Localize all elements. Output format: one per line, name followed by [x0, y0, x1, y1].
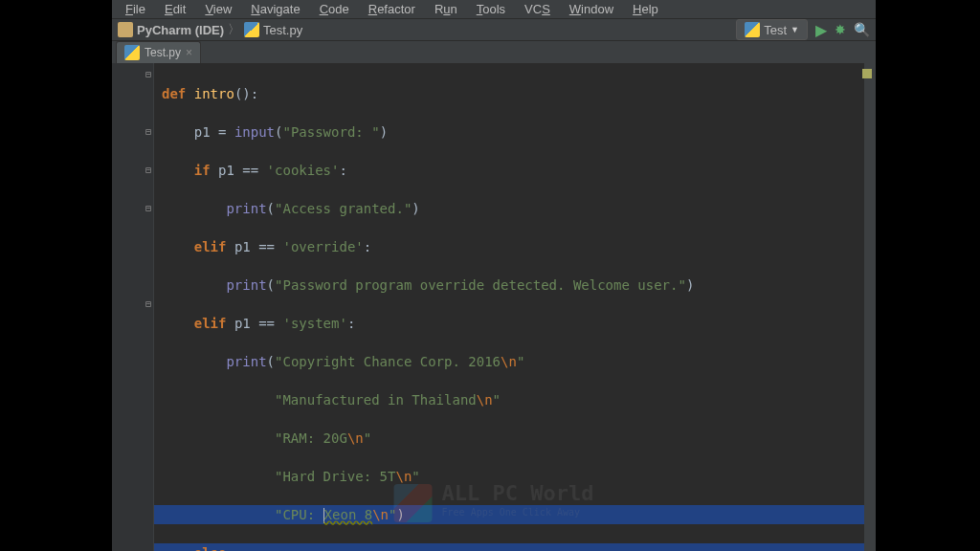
python-file-icon	[124, 45, 140, 60]
menu-window[interactable]: Window	[562, 0, 621, 18]
breadcrumb: PyCharm (IDE) 〉 Test.py	[118, 21, 736, 38]
menu-navigate[interactable]: Navigate	[243, 0, 307, 18]
folder-icon	[118, 22, 133, 37]
run-config-selector[interactable]: Test ▼	[736, 19, 808, 40]
run-toolbar: Test ▼ ▶ ✸ 🔍	[736, 19, 870, 40]
fold-marker[interactable]: ⊟	[145, 122, 151, 142]
fold-marker[interactable]: ⊟	[145, 295, 151, 314]
menu-tools[interactable]: Tools	[469, 0, 513, 18]
fold-marker[interactable]: ⊟	[145, 65, 151, 84]
menu-file[interactable]: File	[118, 0, 153, 18]
run-config-name: Test	[764, 23, 787, 37]
menu-vcs[interactable]: VCS	[517, 0, 558, 18]
menu-view[interactable]: View	[197, 0, 239, 18]
tab-label: Test.py	[145, 46, 181, 59]
breadcrumb-file[interactable]: Test.py	[263, 23, 302, 37]
ide-window: File Edit View Navigate Code Refactor Ru…	[112, 0, 876, 551]
editor-tabs: Test.py ×	[112, 41, 876, 63]
code-editor[interactable]: ⊟ ⊟ ⊟ ⊟ ⊟ def intro(): p1 = input("Passw…	[112, 63, 876, 551]
fold-marker[interactable]: ⊟	[145, 199, 151, 218]
python-file-icon	[745, 22, 760, 37]
menu-run[interactable]: Run	[427, 0, 465, 18]
debug-button[interactable]: ✸	[835, 22, 846, 37]
menu-edit[interactable]: Edit	[157, 0, 193, 18]
run-button[interactable]: ▶	[815, 21, 827, 39]
vertical-scrollbar[interactable]	[864, 63, 876, 551]
menu-code[interactable]: Code	[312, 0, 357, 18]
gutter[interactable]: ⊟ ⊟ ⊟ ⊟ ⊟	[112, 63, 154, 551]
search-icon[interactable]: 🔍	[854, 22, 870, 37]
chevron-down-icon: ▼	[791, 25, 799, 34]
menu-refactor[interactable]: Refactor	[361, 0, 423, 18]
tab-test-py[interactable]: Test.py ×	[116, 41, 201, 63]
breadcrumb-separator: 〉	[228, 21, 240, 38]
menu-bar: File Edit View Navigate Code Refactor Ru…	[112, 0, 876, 19]
menu-help[interactable]: Help	[625, 0, 666, 18]
close-icon[interactable]: ×	[186, 46, 192, 59]
breadcrumb-project[interactable]: PyCharm (IDE)	[137, 23, 224, 37]
scroll-marker	[862, 69, 872, 78]
python-file-icon	[244, 22, 259, 37]
fold-marker[interactable]: ⊟	[145, 161, 151, 180]
nav-bar: PyCharm (IDE) 〉 Test.py Test ▼ ▶ ✸ 🔍	[112, 19, 876, 41]
code-area[interactable]: def intro(): p1 = input("Password: ") if…	[154, 63, 876, 551]
